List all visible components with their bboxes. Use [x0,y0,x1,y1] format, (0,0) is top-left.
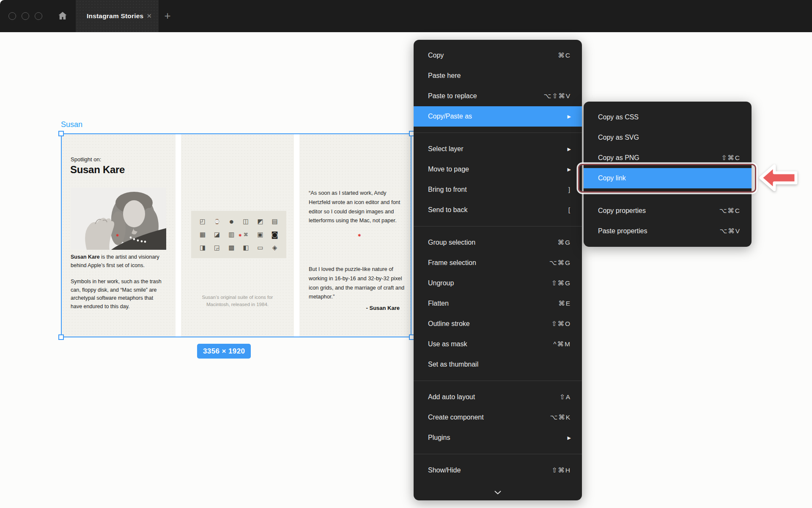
bomb-icon: ● [224,216,239,227]
menu-item-label: Use as mask [428,340,553,348]
menu-item-label: Show/Hide [428,467,551,474]
menu-item-paste-here[interactable]: Paste here [414,66,582,86]
menu-item-shortcut: ⇧⌘G [551,279,571,287]
menu-item-copy[interactable]: Copy⌘C [414,45,582,66]
menu-item-shortcut: ⌥⇧⌘V [543,92,571,100]
tab-close-icon[interactable]: ✕ [146,12,152,20]
red-mark: ✱ [239,233,242,237]
menu-item-add-auto-layout[interactable]: Add auto layout⇧A [414,387,582,407]
menu-item-outline-stroke[interactable]: Outline stroke⇧⌘O [414,314,582,334]
red-mark: ✱ [358,233,361,237]
context-menu: Copy⌘CPaste herePaste to replace⌥⇧⌘VCopy… [414,40,582,500]
menu-item-copy-paste-as[interactable]: Copy/Paste as▶ [414,106,582,127]
susan-kare-photo [71,188,166,250]
menu-separator [414,381,582,381]
menu-item-label: Copy link [598,174,741,182]
menu-scroll-more[interactable] [414,489,582,496]
submenu-arrow-icon: ▶ [568,167,571,172]
menu-item-move-to-page[interactable]: Move to page▶ [414,159,582,179]
dark-door-icon: ◙ [267,229,282,240]
submenu-item-copy-link[interactable]: Copy link [584,168,752,188]
menu-item-label: Paste properties [598,227,719,235]
chevron-down-icon [494,489,501,496]
menu-item-label: Send to back [428,206,568,214]
menu-separator [584,194,752,195]
menu-item-label: Copy as SVG [598,134,741,141]
window-controls[interactable] [8,12,42,20]
menu-item-label: Flatten [428,300,558,307]
watch-icon: ⌚ [210,216,224,227]
menu-item-label: Add auto layout [428,393,560,401]
menu-item-shortcut: ⇧⌘O [551,320,571,328]
selection-handle-top-left[interactable] [58,131,64,136]
menu-item-label: Outline stroke [428,320,551,328]
menu-item-shortcut: ⌘C [558,52,571,59]
menu-item-label: Plugins [428,434,568,442]
menu-item-select-layer[interactable]: Select layer▶ [414,139,582,159]
menu-separator [414,454,582,454]
menu-item-group-selection[interactable]: Group selection⌘G [414,232,582,253]
menu-item-label: Copy properties [598,207,719,215]
frame-name-label[interactable]: Susan [61,120,82,129]
menu-item-shortcut: ⌘G [557,239,571,246]
menu-item-flatten[interactable]: Flatten⌘E [414,293,582,314]
disk-copy-2-icon: ◧ [239,242,253,253]
selection-handle-bottom-left[interactable] [58,334,64,340]
disk-eject-icon: ◪ [210,229,224,240]
home-icon [58,11,68,22]
selection-size-badge: 3356 × 1920 [197,344,251,359]
menu-item-shortcut: ⌥⌘C [719,207,741,215]
menu-separator [414,226,582,226]
menu-item-shortcut: ⇧⌘H [551,467,571,474]
home-button[interactable] [56,10,69,23]
menu-item-label: Ungroup [428,279,551,287]
menu-item-frame-selection[interactable]: Frame selection⌥⌘G [414,253,582,273]
menu-item-label: Copy as CSS [598,113,741,121]
mac-screen-icon: ▣ [253,229,267,240]
disk-copy-icon: ◨ [195,242,210,253]
submenu-item-copy-as-svg[interactable]: Copy as SVG [584,127,752,148]
document-text-icon: ▦ [195,229,210,240]
window-stack-icon: ▩ [224,242,239,253]
submenu-item-copy-as-css[interactable]: Copy as CSS [584,107,752,127]
menu-item-label: Move to page [428,166,568,173]
menu-item-create-component[interactable]: Create component⌥⌘K [414,407,582,428]
menu-item-label: Frame selection [428,259,549,267]
document-small-icon: ▭ [253,242,267,253]
floppy-disk-icon: ▤ [267,216,282,227]
window-zoom-button[interactable] [35,12,42,20]
disk-arrow-icon: ◩ [253,216,267,227]
menu-item-paste-to-replace[interactable]: Paste to replace⌥⇧⌘V [414,86,582,106]
menu-item-label: Bring to front [428,186,568,193]
submenu-item-paste-properties[interactable]: Paste properties⌥⌘V [584,221,752,241]
window-close-button[interactable] [8,12,16,20]
menu-item-show-hide[interactable]: Show/Hide⇧⌘H [414,460,582,480]
story-card-quote[interactable]: “As soon as I started work, Andy Hertzfe… [299,134,411,337]
submenu-item-copy-properties[interactable]: Copy properties⌥⌘C [584,201,752,221]
window-minimize-button[interactable] [22,12,29,20]
spotlight-title: Susan Kare [70,164,125,176]
menu-item-label: Copy/Paste as [428,113,568,120]
menu-item-shortcut: ⇧A [560,393,571,401]
bio-paragraph-2: Symbols in her work, such as the trash c… [71,278,169,311]
menu-item-label: Paste to replace [428,92,543,100]
menu-item-send-to-back[interactable]: Send to back[ [414,200,582,220]
document-folded-icon: ◲ [210,242,224,253]
quote-paragraph-2: But I loved the puzzle-like nature of wo… [309,265,406,301]
menu-item-bring-to-front[interactable]: Bring to front] [414,179,582,200]
menu-item-set-as-thumbnail[interactable]: Set as thumbnail [414,354,582,375]
menu-item-ungroup[interactable]: Ungroup⇧⌘G [414,273,582,293]
icons-caption: Susan’s original suite of icons for Maci… [181,294,294,308]
story-card-icons[interactable]: ◰⌚●◫◩▤▦◪▥⌘▣◙◨◲▩◧▭◈ Susan’s original suit… [181,134,294,337]
trash-can-icon: ▥ [224,229,239,240]
new-tab-button[interactable]: + [161,9,174,22]
submenu-arrow-icon: ▶ [568,114,571,119]
menu-item-shortcut: ⇧⌘C [721,154,741,162]
menu-item-plugins[interactable]: Plugins▶ [414,428,582,448]
menu-item-label: Create component [428,414,550,421]
menu-item-shortcut: ⌥⌘G [549,259,571,267]
red-mark: ✱ [116,233,119,237]
submenu-item-copy-as-png[interactable]: Copy as PNG⇧⌘C [584,148,752,168]
menu-item-use-as-mask[interactable]: Use as mask^⌘M [414,334,582,354]
tab-instagram-stories[interactable]: Instagram Stories ✕ [76,0,159,32]
